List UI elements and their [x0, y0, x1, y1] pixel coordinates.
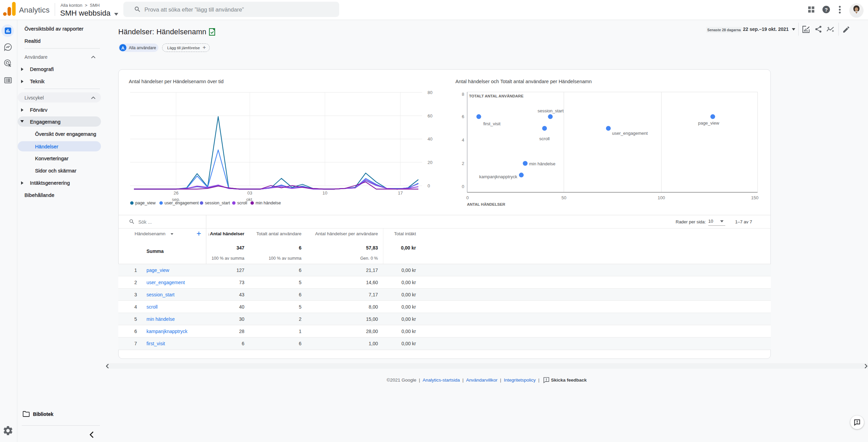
svg-text:20: 20	[428, 160, 432, 165]
svg-text:40: 40	[428, 136, 432, 142]
svg-text:Antal händelser per Händelsena: Antal händelser per Händelsenamn över ti…	[129, 79, 224, 84]
svg-text:min händelse: min händelse	[529, 161, 555, 166]
svg-text:ANTAL HÄNDELSER: ANTAL HÄNDELSER	[467, 202, 505, 206]
svg-text:80: 80	[428, 90, 432, 95]
svg-text:6: 6	[462, 114, 464, 119]
svg-text:26: 26	[174, 190, 178, 196]
svg-text:4: 4	[462, 137, 464, 143]
svg-text:scroll: scroll	[237, 201, 247, 205]
svg-text:0: 0	[428, 183, 430, 188]
svg-text:first_visit: first_visit	[483, 121, 501, 126]
svg-text:10: 10	[323, 190, 327, 196]
svg-text:0: 0	[462, 184, 464, 189]
svg-text:Antal händelser och Totalt ant: Antal händelser och Totalt antal använda…	[455, 79, 592, 84]
svg-text:scroll: scroll	[539, 136, 550, 141]
svg-text:TOTALT ANTAL ANVÄNDARE: TOTALT ANTAL ANVÄNDARE	[469, 94, 524, 98]
svg-text:17: 17	[398, 190, 403, 196]
svg-text:user_engagement: user_engagement	[164, 201, 199, 205]
svg-text:okt.: okt.	[246, 197, 254, 202]
svg-text:8: 8	[462, 92, 464, 97]
svg-text:session_start: session_start	[538, 108, 564, 113]
svg-text:kampanjknapptryck: kampanjknapptryck	[479, 174, 517, 179]
svg-text:page_view: page_view	[135, 201, 156, 205]
svg-text:150: 150	[751, 195, 759, 200]
svg-text:03: 03	[247, 190, 252, 196]
svg-text:min händelse: min händelse	[256, 201, 281, 205]
svg-text:50: 50	[561, 195, 566, 200]
svg-text:2: 2	[462, 161, 464, 166]
svg-text:page_view: page_view	[698, 121, 719, 126]
svg-text:60: 60	[428, 113, 432, 118]
svg-text:user_engagement: user_engagement	[612, 131, 648, 136]
svg-text:100: 100	[658, 195, 665, 200]
svg-text:session_start: session_start	[205, 201, 230, 205]
svg-text:0: 0	[466, 195, 469, 200]
